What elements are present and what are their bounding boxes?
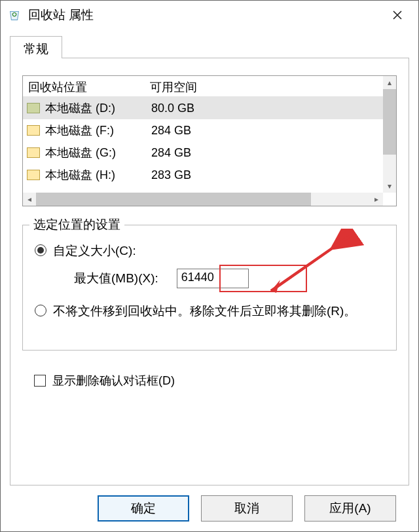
button-bar: 确定 取消 应用(A) — [10, 485, 409, 531]
client-area: 常规 回收站位置 可用空间 本地磁盘 (D:) 80.0 GB 本地磁盘 (F — [1, 29, 418, 531]
confirm-delete-label: 显示删除确认对话框(D) — [52, 373, 175, 389]
disk-icon — [27, 125, 40, 136]
radio-no-recycle-label: 不将文件移到回收站中。移除文件后立即将其删除(R)。 — [53, 303, 356, 320]
tab-panel-general: 回收站位置 可用空间 本地磁盘 (D:) 80.0 GB 本地磁盘 (F:) 2… — [10, 58, 409, 485]
col-location-header[interactable]: 回收站位置 — [23, 76, 145, 96]
groupbox-legend: 选定位置的设置 — [29, 216, 124, 233]
table-row[interactable]: 本地磁盘 (H:) 283 GB — [23, 164, 383, 186]
row-space: 80.0 GB — [146, 102, 379, 115]
window-title: 回收站 属性 — [28, 7, 383, 24]
vertical-scrollbar[interactable]: ▴ ▾ — [383, 76, 396, 193]
radio-icon[interactable] — [35, 244, 46, 256]
table-row[interactable]: 本地磁盘 (F:) 284 GB — [23, 119, 383, 142]
row-space: 284 GB — [146, 124, 379, 138]
titlebar[interactable]: 回收站 属性 — [1, 1, 418, 29]
tab-general[interactable]: 常规 — [10, 36, 62, 58]
row-location: 本地磁盘 (H:) — [45, 167, 146, 183]
col-space-header[interactable]: 可用空间 — [145, 76, 396, 96]
radio-icon[interactable] — [35, 305, 46, 316]
apply-button[interactable]: 应用(A) — [304, 495, 396, 522]
table-row[interactable]: 本地磁盘 (G:) 284 GB — [23, 142, 383, 164]
row-location: 本地磁盘 (G:) — [45, 145, 146, 161]
drive-list[interactable]: 回收站位置 可用空间 本地磁盘 (D:) 80.0 GB 本地磁盘 (F:) 2… — [22, 75, 397, 206]
scroll-down-icon[interactable]: ▾ — [383, 180, 396, 193]
disk-icon — [27, 103, 40, 113]
scrollbar-thumb[interactable] — [383, 89, 396, 155]
recycle-bin-icon — [7, 8, 22, 22]
settings-groupbox: 选定位置的设置 自定义大小(C): 最大值(MB)(X): 61440 不将文件… — [22, 225, 397, 351]
tabstrip: 常规 — [10, 36, 409, 58]
disk-icon — [27, 170, 40, 180]
table-row[interactable]: 本地磁盘 (D:) 80.0 GB — [23, 97, 383, 119]
radio-no-recycle[interactable]: 不将文件移到回收站中。移除文件后立即将其删除(R)。 — [35, 303, 384, 320]
ok-button[interactable]: 确定 — [98, 495, 189, 522]
close-button[interactable] — [383, 1, 412, 29]
radio-custom-size-label: 自定义大小(C): — [53, 242, 136, 259]
max-size-label: 最大值(MB)(X): — [74, 270, 158, 287]
horizontal-scrollbar[interactable]: ◂ ▸ — [23, 193, 383, 206]
scroll-right-icon[interactable]: ▸ — [370, 193, 383, 206]
row-location: 本地磁盘 (F:) — [45, 123, 146, 138]
confirm-delete-checkbox[interactable]: 显示删除确认对话框(D) — [34, 373, 397, 389]
max-size-row: 最大值(MB)(X): 61440 — [74, 269, 384, 288]
max-size-input[interactable]: 61440 — [177, 269, 249, 288]
cancel-button[interactable]: 取消 — [201, 495, 293, 522]
radio-custom-size[interactable]: 自定义大小(C): — [35, 242, 384, 259]
disk-icon — [27, 147, 40, 158]
scroll-left-icon[interactable]: ◂ — [23, 193, 36, 206]
drive-list-header: 回收站位置 可用空间 — [23, 76, 396, 97]
recycle-bin-properties-window: 回收站 属性 常规 回收站位置 可用空间 本地磁盘 (D:) 80.0 GB — [0, 0, 419, 532]
row-location: 本地磁盘 (D:) — [45, 100, 146, 116]
row-space: 283 GB — [146, 168, 379, 182]
drive-list-body: 本地磁盘 (D:) 80.0 GB 本地磁盘 (F:) 284 GB 本地磁盘 … — [23, 97, 383, 193]
scrollbar-thumb[interactable] — [36, 193, 311, 206]
checkbox-icon[interactable] — [34, 375, 46, 387]
row-space: 284 GB — [146, 146, 379, 160]
scroll-up-icon[interactable]: ▴ — [383, 76, 396, 89]
